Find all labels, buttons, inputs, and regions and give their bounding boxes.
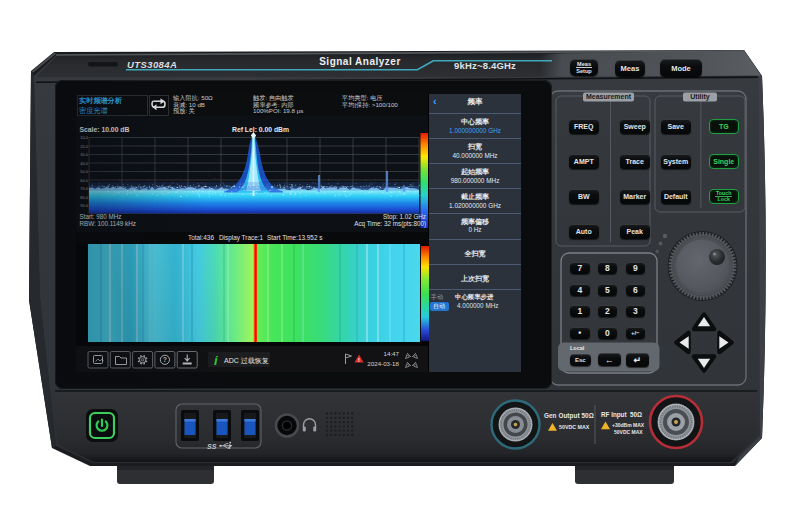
svg-text:SS: SS: [207, 443, 217, 450]
